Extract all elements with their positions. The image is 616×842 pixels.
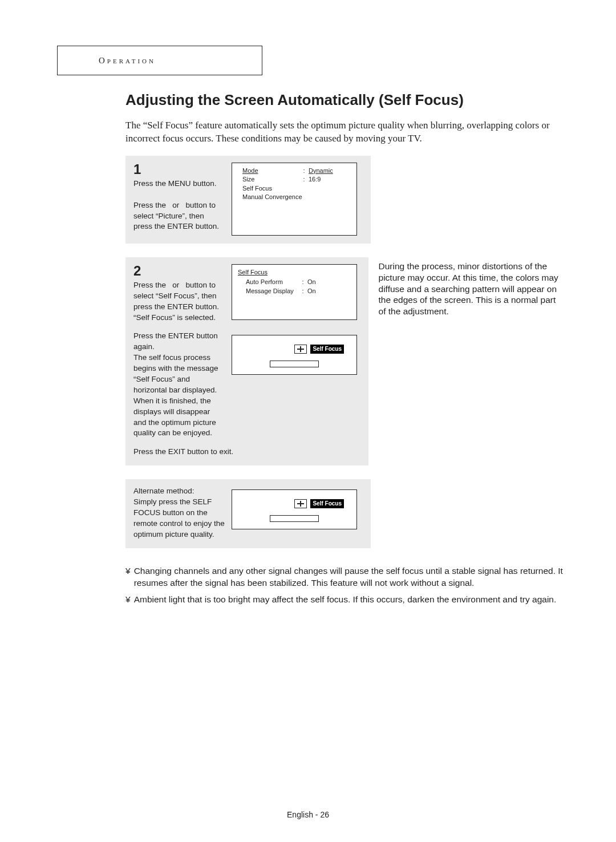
osd-colon: : [299,175,309,184]
osd-colon: : [298,278,307,286]
osd-row-label: Auto Perform [246,278,298,286]
step-1-wrap: 1 Press the MENU button. Press the or bu… [125,156,559,250]
footnote-1: ¥ Changing channels and any other signal… [125,565,565,589]
osd-colon: : [299,167,309,175]
osd-sf-header: Self Focus [238,268,268,277]
step-alt-wrap: Alternate method: Simply press the SELF … [125,479,559,554]
osd-row-value: On [307,287,316,295]
step-2-text-b: Press the ENTER button again. The self f… [133,331,225,439]
step-1-number: 1 [133,163,225,176]
step-alt-text: Alternate method: Simply press the SELF … [133,486,225,540]
self-focus-icon [294,499,307,508]
footnote-2-text: Ambient light that is too bright may aff… [134,594,557,606]
step-1-text: Press the MENU button. Press the or butt… [133,179,225,232]
osd-self-focus-menu: Self Focus Auto Perform : On Message Dis… [232,264,357,320]
bullet-icon: ¥ [125,565,131,589]
osd-row-value: On [307,278,316,286]
page-number: English - 26 [0,810,616,819]
osd-row-label: Size [242,175,299,184]
osd-row-label: Manual Convergence [242,193,302,201]
step-2-block: 2 Press the or button to select “Self Fo… [125,257,368,465]
self-focus-label: Self Focus [310,345,344,354]
osd-picture-menu: Mode : Dynamic Size : 16:9 Self Focus [232,163,357,236]
bullet-icon: ¥ [125,594,131,606]
footnote-1-text: Changing channels and any other signal c… [134,565,565,589]
osd-row-label: Mode [242,167,299,175]
osd-row-value: 16:9 [309,175,321,184]
intro-paragraph: The “Self Focus” feature automatically s… [125,119,559,145]
step-2-wrap: 2 Press the or button to select “Self Fo… [125,257,559,472]
osd-row-label: Self Focus [242,184,299,193]
osd-row-value: Dynamic [309,167,333,175]
footnote-2: ¥ Ambient light that is too bright may a… [125,594,565,606]
side-note: During the process, minor distortions of… [379,257,559,317]
step-2-number: 2 [133,264,225,278]
step-2-text-c: Press the EXIT button to exit. [133,447,236,458]
progress-bar [270,515,319,522]
section-tab-label: Operation [99,56,156,66]
self-focus-icon [294,345,307,354]
progress-bar [270,361,319,367]
osd-self-focus-progress: Self Focus [232,335,357,375]
step-2-text-a: Press the or button to select “Self Focu… [133,280,225,323]
section-tab: Operation [57,46,262,75]
osd-self-focus-progress-alt: Self Focus [232,489,357,529]
osd-row-label: Message Display [246,287,298,295]
manual-page: Operation Adjusting the Screen Automatic… [0,0,616,842]
page-content: Adjusting the Screen Automatically (Self… [125,91,559,605]
self-focus-label: Self Focus [310,499,344,508]
footnotes: ¥ Changing channels and any other signal… [125,565,565,606]
step-alt-block: Alternate method: Simply press the SELF … [125,479,371,548]
osd-colon: : [298,287,307,295]
osd-stack: Self Focus Auto Perform : On Message Dis… [232,264,357,375]
step-1-block: 1 Press the MENU button. Press the or bu… [125,156,371,244]
page-title: Adjusting the Screen Automatically (Self… [125,91,559,109]
